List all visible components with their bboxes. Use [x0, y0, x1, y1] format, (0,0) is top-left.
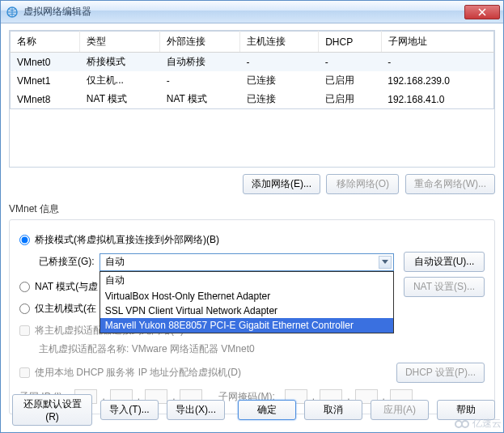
cell-dhcp: -: [319, 53, 382, 72]
content-area: 名称 类型 外部连接 主机连接 DHCP 子网地址 VMnet0桥接模式自动桥接…: [1, 23, 503, 421]
cell-subnet: 192.168.239.0: [381, 71, 493, 90]
table-row[interactable]: VMnet0桥接模式自动桥接---: [11, 53, 494, 72]
col-type[interactable]: 类型: [80, 32, 160, 53]
dhcp-label: 使用本地 DHCP 服务将 IP 地址分配给虚拟机(D): [35, 366, 241, 380]
cell-ext: 自动桥接: [160, 53, 240, 72]
cell-host: 已连接: [240, 90, 319, 109]
connect-host-check: [19, 325, 30, 336]
cell-type: NAT 模式: [80, 90, 160, 109]
cell-name: VMnet1: [11, 71, 80, 90]
adapter-name-label: 主机虚拟适配器名称: VMware 网络适配器 VMnet0: [39, 342, 485, 356]
combo-option[interactable]: 自动: [100, 272, 393, 289]
combo-dropdown[interactable]: 自动VirtualBox Host-Only Ethernet AdapterS…: [100, 271, 394, 333]
cell-dhcp: 已启用: [319, 71, 382, 90]
dhcp-settings-button: DHCP 设置(P)...: [396, 363, 485, 383]
network-buttons: 添加网络(E)... 移除网络(O) 重命名网络(W)...: [9, 174, 495, 194]
window: 虚拟网络编辑器 名称 类型 外部连接 主机连接 DHCP 子网地址 VMnet0…: [0, 0, 504, 433]
restore-defaults-button[interactable]: 还原默认设置(R): [12, 394, 92, 426]
bridge-radio-row[interactable]: 桥接模式(将虚拟机直接连接到外部网络)(B): [19, 233, 485, 247]
titlebar: 虚拟网络编辑器: [1, 1, 503, 23]
combo-box[interactable]: 自动: [100, 253, 394, 271]
close-icon: [478, 8, 486, 16]
cell-name: VMnet8: [11, 90, 80, 109]
chevron-down-icon[interactable]: [379, 256, 392, 269]
watermark-text: 亿速云: [472, 417, 502, 431]
table-header: 名称 类型 外部连接 主机连接 DHCP 子网地址: [11, 32, 494, 53]
cell-host: 已连接: [240, 71, 319, 90]
cell-subnet: -: [381, 53, 493, 72]
ok-button[interactable]: 确定: [238, 400, 296, 420]
cell-host: -: [240, 53, 319, 72]
cell-type: 仅主机...: [80, 71, 160, 90]
table-row[interactable]: VMnet8NAT 模式NAT 模式已连接已启用192.168.41.0: [11, 90, 494, 109]
nat-label: NAT 模式(与虚: [35, 280, 98, 294]
nat-settings-button: NAT 设置(S)...: [404, 277, 485, 297]
vmnet-info-group: 桥接模式(将虚拟机直接连接到外部网络)(B) 已桥接至(G): 自动 自动Vir…: [9, 219, 495, 414]
remove-network-button: 移除网络(O): [326, 174, 399, 194]
combo-option[interactable]: Marvell Yukon 88E8057 PCI-E Gigabit Ethe…: [100, 318, 393, 333]
nat-radio[interactable]: [19, 282, 30, 292]
app-icon: [6, 6, 19, 19]
hostonly-label: 仅主机模式(在: [35, 302, 96, 316]
bridge-to-row: 已桥接至(G): 自动 自动VirtualBox Host-Only Ether…: [39, 252, 485, 272]
dhcp-row: 使用本地 DHCP 服务将 IP 地址分配给虚拟机(D) DHCP 设置(P).…: [19, 363, 485, 383]
rename-network-button: 重命名网络(W)...: [405, 174, 495, 194]
cell-type: 桥接模式: [80, 53, 160, 72]
cell-ext: NAT 模式: [160, 90, 240, 109]
cell-name: VMnet0: [11, 53, 80, 72]
hostonly-radio[interactable]: [19, 304, 30, 314]
network-table: 名称 类型 外部连接 主机连接 DHCP 子网地址 VMnet0桥接模式自动桥接…: [9, 30, 495, 168]
bridge-adapter-combo[interactable]: 自动 自动VirtualBox Host-Only Ethernet Adapt…: [100, 253, 394, 271]
vmnet-info-label: VMnet 信息: [9, 202, 495, 216]
cell-subnet: 192.168.41.0: [381, 90, 493, 109]
close-button[interactable]: [464, 5, 500, 19]
col-name[interactable]: 名称: [11, 32, 80, 53]
bridge-radio[interactable]: [19, 235, 30, 245]
table-row[interactable]: VMnet1仅主机...-已连接已启用192.168.239.0: [11, 71, 494, 90]
bridge-to-label: 已桥接至(G):: [39, 255, 95, 269]
auto-settings-button[interactable]: 自动设置(U)...: [404, 252, 485, 272]
cell-ext: -: [160, 71, 240, 90]
col-dhcp[interactable]: DHCP: [319, 32, 382, 53]
bridge-label: 桥接模式(将虚拟机直接连接到外部网络)(B): [35, 233, 219, 247]
add-network-button[interactable]: 添加网络(E)...: [243, 174, 320, 194]
col-ext[interactable]: 外部连接: [160, 32, 240, 53]
footer-buttons: 还原默认设置(R) 导入(T)... 导出(X)... 确定 取消 应用(A) …: [9, 394, 495, 426]
export-button[interactable]: 导出(X)...: [167, 400, 225, 420]
combo-option[interactable]: VirtualBox Host-Only Ethernet Adapter: [100, 289, 393, 304]
cancel-button[interactable]: 取消: [304, 400, 362, 420]
combo-value: 自动: [105, 255, 125, 269]
cell-dhcp: 已启用: [319, 90, 382, 109]
import-button[interactable]: 导入(T)...: [100, 400, 159, 420]
window-title: 虚拟网络编辑器: [23, 5, 464, 19]
col-subnet[interactable]: 子网地址: [381, 32, 493, 53]
dhcp-check: [19, 367, 30, 378]
col-host[interactable]: 主机连接: [240, 32, 319, 53]
combo-option[interactable]: SSL VPN Client Virtual Network Adapter: [100, 304, 393, 318]
apply-button: 应用(A): [371, 400, 429, 420]
watermark: 亿速云: [455, 417, 502, 431]
